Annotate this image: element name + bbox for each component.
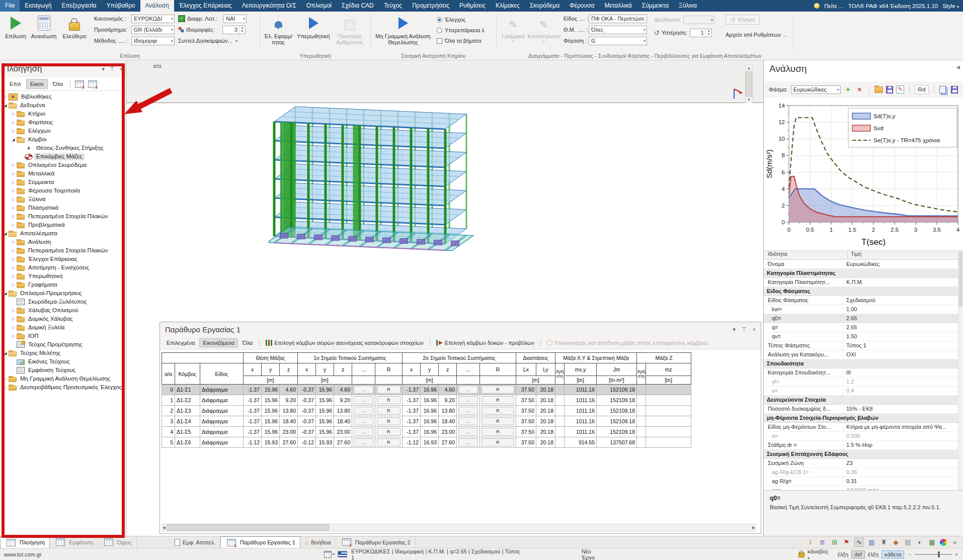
- copy-icon[interactable]: [939, 86, 945, 94]
- motion-button[interactable]: ↺Κίνηση: [726, 15, 760, 25]
- expand-icon[interactable]: ▷: [10, 197, 17, 202]
- scroll-up-icon[interactable]: ▲: [747, 66, 751, 70]
- chart-add-icon[interactable]: ⊞: [830, 538, 839, 546]
- property-row[interactable]: Είδος ΦάσματοςΣχεδιασμού: [764, 296, 958, 305]
- property-section[interactable]: Είδος Φάσματος: [764, 287, 958, 296]
- table-cell[interactable]: Δ1-Σ5: [175, 427, 200, 437]
- table-cell[interactable]: 0: [162, 385, 175, 395]
- table-cell[interactable]: -1.37: [244, 406, 262, 416]
- table-cell[interactable]: 1011.16: [565, 416, 597, 427]
- property-row[interactable]: q0=2.65: [764, 314, 958, 323]
- edit-icon[interactable]: ✎: [896, 85, 904, 94]
- table-cell[interactable]: 13.80: [280, 406, 298, 416]
- property-section[interactable]: Δευτερεύοντα Στοιχεία: [764, 396, 958, 405]
- tool-icon[interactable]: ♜: [879, 538, 888, 546]
- table-cell[interactable]: [637, 427, 646, 437]
- table-cell[interactable]: 9.20: [439, 395, 457, 406]
- column-header[interactable]: ...: [352, 363, 375, 376]
- bottom-tab-3[interactable]: Παράθυρο Εργασίας 2: [336, 536, 416, 548]
- table-cell[interactable]: 15.96: [262, 395, 280, 406]
- vertical-toggle[interactable]: κάθετα: [881, 550, 904, 558]
- button-cell[interactable]: R: [375, 395, 403, 406]
- tree-item[interactable]: ▷Πεπερασμένα Στοιχεία Πλακών: [0, 212, 126, 221]
- tree-item[interactable]: ◢Κόμβοι: [0, 135, 126, 144]
- column-header[interactable]: Χρήστη: [555, 363, 565, 385]
- column-header[interactable]: Ly: [536, 363, 555, 376]
- column-header[interactable]: y: [316, 363, 334, 376]
- table-cell[interactable]: -1.37: [403, 416, 421, 427]
- scrollbar-thumb[interactable]: [167, 524, 329, 531]
- table-cell[interactable]: 2: [162, 406, 175, 416]
- r-button[interactable]: R: [377, 396, 400, 404]
- property-row[interactable]: Είδος μη-Φερόντων Στο...Κτήρια με μη-φέρ…: [764, 423, 958, 432]
- table-cell[interactable]: 137507.68: [597, 437, 637, 448]
- button-cell[interactable]: ...: [352, 385, 375, 395]
- button-cell[interactable]: R: [375, 406, 403, 416]
- bottom-tab-2[interactable]: ⌂Βοήθεια: [300, 536, 336, 548]
- table-cell[interactable]: [555, 427, 565, 437]
- bar-chart-icon[interactable]: ▥: [867, 538, 876, 546]
- tree-item[interactable]: ▷Προβληματικά: [0, 221, 126, 229]
- r-button[interactable]: R: [377, 417, 400, 425]
- table-cell[interactable]: [555, 406, 565, 416]
- clock-icon[interactable]: ◐: [916, 538, 924, 546]
- table-cell[interactable]: Δ1-Σ4: [175, 416, 200, 427]
- workspace-2-icon[interactable]: [88, 80, 97, 88]
- table-cell[interactable]: 20.18: [536, 385, 555, 395]
- modes-stepper[interactable]: 3▲▼: [222, 26, 246, 34]
- more-button[interactable]: ...: [354, 396, 373, 404]
- tree-item[interactable]: Εικόνες Τεύχους: [0, 357, 126, 366]
- table-cell[interactable]: 37.50: [516, 427, 536, 437]
- tree-item[interactable]: ◢Τεύχος Μελέτης: [0, 349, 126, 357]
- button-cell[interactable]: ...: [457, 406, 480, 416]
- collapse-icon[interactable]: ◢: [10, 137, 17, 142]
- table-cell[interactable]: 914.55: [565, 437, 597, 448]
- table-cell[interactable]: [646, 406, 691, 416]
- tree-item[interactable]: ▷Σύμμεικτα: [0, 178, 126, 186]
- table-cell[interactable]: 152109.18: [597, 416, 637, 427]
- expand-icon[interactable]: ▷: [2, 385, 9, 390]
- ww-filter-tab-1[interactable]: Εικονιζόμενα: [199, 338, 238, 347]
- expand-icon[interactable]: ▷: [2, 377, 9, 381]
- table-cell[interactable]: [637, 385, 646, 395]
- bottom-left-tab-0[interactable]: Πλοήγηση: [0, 536, 50, 548]
- table-cell[interactable]: -1.12: [244, 437, 262, 448]
- column-header[interactable]: x: [403, 363, 421, 376]
- table-cell[interactable]: Διάφραγμα: [200, 406, 244, 416]
- table-cell[interactable]: 13.80: [334, 406, 352, 416]
- button-cell[interactable]: ...: [457, 385, 480, 395]
- menu-tab-14[interactable]: Φέρουσα: [565, 0, 599, 12]
- table-cell[interactable]: 16.96: [421, 385, 439, 395]
- button-cell[interactable]: R: [480, 395, 516, 406]
- property-row[interactable]: α=0.005: [764, 432, 958, 441]
- table-cell[interactable]: 15.96: [262, 427, 280, 437]
- table-cell[interactable]: [555, 416, 565, 427]
- tm-select[interactable]: Όλες▾: [589, 26, 647, 34]
- table-cell[interactable]: [637, 437, 646, 448]
- table-cell[interactable]: -1.37: [403, 395, 421, 406]
- expand-icon[interactable]: ▷: [10, 325, 17, 330]
- tree-item[interactable]: ▷Ελέγχων: [0, 127, 126, 135]
- table-cell[interactable]: [555, 395, 565, 406]
- menu-tab-5[interactable]: Έλεγχος Επάρκειας: [174, 0, 237, 12]
- column-header[interactable]: y: [421, 363, 439, 376]
- table-cell[interactable]: 9.20: [334, 395, 352, 406]
- r-button[interactable]: R: [377, 438, 400, 446]
- tree-item[interactable]: ▷Αποτίμηση - Ενισχύσεις: [0, 263, 126, 272]
- button-cell[interactable]: R: [480, 437, 516, 448]
- tree-item[interactable]: Εμφάνιση Τεύχους: [0, 366, 126, 375]
- snap-toggle-2[interactable]: έλξη: [865, 550, 881, 558]
- table-row[interactable]: 5Δ1-Σ6Διάφραγμα-1.1215.9327.60-0.1215.93…: [162, 437, 691, 448]
- table-cell[interactable]: -1.37: [403, 427, 421, 437]
- tree-item[interactable]: Επικόμβιες Μάζες: [0, 152, 126, 161]
- more-button[interactable]: ...: [458, 438, 478, 446]
- ww-filter-tab-2[interactable]: Όλα: [239, 338, 256, 347]
- table-cell[interactable]: [646, 416, 691, 427]
- property-row[interactable]: ag·R/g=0.31: [764, 477, 958, 486]
- bottom-left-tab-1[interactable]: Εμφάνιση: [50, 536, 98, 548]
- dxf-toggle[interactable]: dxf: [851, 550, 865, 558]
- table-cell[interactable]: 23.00: [280, 427, 298, 437]
- table-cell[interactable]: 15.96: [262, 416, 280, 427]
- menu-tab-3[interactable]: Υπόβαθρο: [102, 0, 140, 12]
- table-cell[interactable]: 18.40: [439, 416, 457, 427]
